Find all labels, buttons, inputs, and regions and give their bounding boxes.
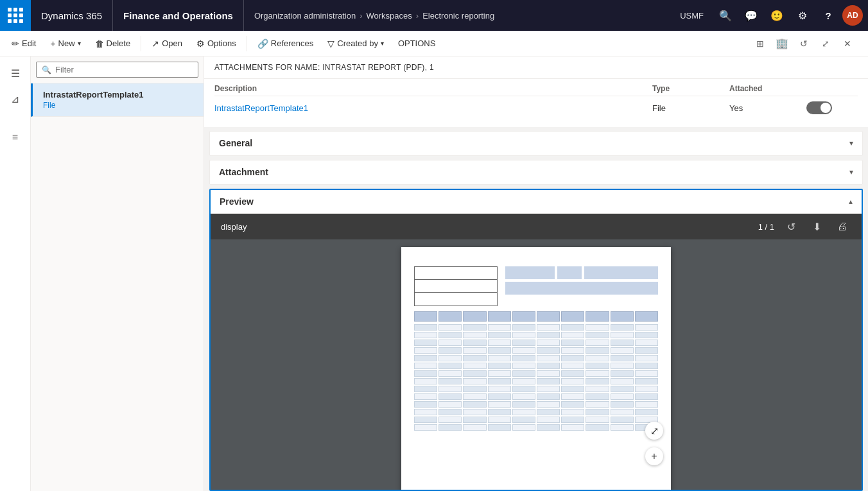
- col-type: Type: [652, 84, 729, 93]
- general-section-title: General: [219, 138, 252, 148]
- pdf-print-icon[interactable]: 🖨: [833, 218, 851, 236]
- new-button[interactable]: + New ▾: [44, 33, 87, 54]
- main-layout: ☰ ⊿ ≡ 🔍 IntrastatReportTemplate1 File AT…: [0, 56, 868, 491]
- waffle-icon: [8, 8, 23, 23]
- attachment-chevron-icon: ▾: [849, 168, 853, 177]
- attachments-header: ATTACHMENTS FOR NAME: INTRASTAT REPORT (…: [204, 56, 868, 79]
- popout-icon[interactable]: ⤢: [815, 33, 836, 54]
- filter-input[interactable]: [55, 65, 193, 74]
- filter-area: 🔍: [31, 56, 204, 83]
- row-description-link[interactable]: IntrastatReportTemplate1: [214, 103, 652, 113]
- preview-chevron-icon: ▴: [849, 197, 853, 206]
- environment-label: USMF: [672, 11, 711, 21]
- references-button[interactable]: 🔗 References: [251, 33, 320, 54]
- top-nav-right: USMF 🔍 💬 🙂 ⚙ ? AD: [672, 4, 868, 27]
- general-chevron-icon: ▾: [849, 139, 853, 148]
- pdf-zoom-in-button[interactable]: +: [645, 447, 663, 465]
- search-button[interactable]: 🔍: [714, 4, 737, 27]
- list-panel: 🔍 IntrastatReportTemplate1 File: [31, 56, 204, 491]
- delete-icon: 🗑: [95, 39, 104, 49]
- command-bar-right-icons: ⊞ 🏢 ↺ ⤢ ✕: [745, 33, 863, 54]
- preview-section-title: Preview: [220, 196, 254, 207]
- options-button[interactable]: ⚙ Options: [190, 33, 243, 54]
- avatar[interactable]: AD: [842, 5, 863, 26]
- open-icon: ↗: [152, 39, 159, 49]
- help-button[interactable]: ?: [817, 4, 840, 27]
- list-item[interactable]: IntrastatReportTemplate1 File: [31, 83, 204, 117]
- list-item-title: IntrastatReportTemplate1: [43, 90, 196, 99]
- new-chevron-icon: ▾: [78, 40, 81, 47]
- references-icon: 🔗: [257, 39, 268, 49]
- breadcrumb-separator-1: ›: [360, 11, 362, 21]
- grid-view-icon[interactable]: ⊞: [750, 33, 770, 54]
- col-toggle: [806, 84, 858, 93]
- close-icon[interactable]: ✕: [837, 33, 858, 54]
- breadcrumb-item-reporting[interactable]: Electronic reporting: [422, 11, 494, 21]
- feedback-button[interactable]: 🙂: [765, 4, 788, 27]
- options2-button[interactable]: OPTIONS: [392, 33, 442, 54]
- pdf-display-label: display: [221, 222, 751, 232]
- general-section-header[interactable]: General ▾: [210, 132, 862, 155]
- col-attached: Attached: [729, 84, 806, 93]
- col-description: Description: [214, 84, 652, 93]
- chat-button[interactable]: 💬: [740, 4, 763, 27]
- edit-icon: ✏: [12, 39, 19, 49]
- filter-search-icon: 🔍: [42, 65, 51, 74]
- top-navigation: Dynamics 365 Finance and Operations Orga…: [0, 0, 868, 31]
- detail-scroll: General ▾ Attachment ▾ Preview ▴: [204, 127, 868, 491]
- new-icon: +: [50, 39, 55, 49]
- open-button[interactable]: ↗ Open: [145, 33, 189, 54]
- refresh-icon[interactable]: ↺: [794, 33, 814, 54]
- list-item-subtitle: File: [43, 101, 196, 110]
- sidebar-filter-icon[interactable]: ⊿: [4, 87, 27, 110]
- row-attached: Yes: [729, 103, 806, 113]
- pdf-download-icon[interactable]: ⬇: [808, 218, 826, 236]
- cmd-separator-1: [141, 36, 141, 51]
- breadcrumb: Organization administration › Workspaces…: [244, 11, 672, 21]
- created-by-button[interactable]: ▽ Created by ▾: [321, 33, 390, 54]
- preview-body: display 1 / 1 ↺ ⬇ 🖨: [211, 214, 862, 490]
- delete-button[interactable]: 🗑 Delete: [89, 33, 137, 54]
- table-header: Description Type Attached: [214, 79, 858, 96]
- breadcrumb-item-workspaces[interactable]: Workspaces: [367, 11, 412, 21]
- created-by-chevron-icon: ▾: [381, 40, 384, 47]
- edit-button[interactable]: ✏ Edit: [5, 33, 42, 54]
- waffle-button[interactable]: [0, 0, 31, 31]
- general-section: General ▾: [209, 131, 863, 156]
- office-icon[interactable]: 🏢: [772, 33, 792, 54]
- attachment-section-header[interactable]: Attachment ▾: [210, 160, 862, 184]
- pdf-data-rows: [414, 324, 658, 431]
- pdf-box-right: [505, 266, 658, 306]
- preview-section-header[interactable]: Preview ▴: [211, 190, 862, 214]
- sidebar-icons: ☰ ⊿ ≡: [0, 56, 31, 491]
- pdf-viewer: display 1 / 1 ↺ ⬇ 🖨: [211, 214, 862, 490]
- settings-button[interactable]: ⚙: [791, 4, 814, 27]
- options-icon: ⚙: [196, 39, 205, 49]
- preview-section: Preview ▴ display 1 / 1 ↺ ⬇ 🖨: [209, 189, 863, 491]
- pdf-box-left: [414, 266, 498, 306]
- breadcrumb-separator-2: ›: [416, 11, 419, 21]
- pdf-data-header-row: [414, 311, 658, 322]
- sidebar-list-icon[interactable]: ≡: [4, 126, 27, 149]
- pdf-page-info: 1 / 1: [758, 222, 774, 232]
- attachment-table: Description Type Attached IntrastatRepor…: [204, 79, 868, 127]
- pdf-content: ⤢ +: [211, 239, 862, 490]
- table-row: IntrastatReportTemplate1 File Yes: [214, 96, 858, 119]
- cmd-separator-2: [247, 36, 247, 51]
- filter-input-wrap: 🔍: [36, 62, 198, 78]
- pdf-page: ⤢ +: [401, 247, 671, 490]
- pdf-refresh-icon[interactable]: ↺: [782, 218, 800, 236]
- row-type: File: [652, 103, 729, 113]
- command-bar: ✏ Edit + New ▾ 🗑 Delete ↗ Open ⚙ Options…: [0, 31, 868, 56]
- pdf-header-table: [414, 266, 658, 306]
- pdf-data-table: [414, 311, 658, 431]
- attachment-section: Attachment ▾: [209, 160, 863, 185]
- pdf-zoom-fit-button[interactable]: ⤢: [645, 422, 663, 440]
- pdf-toolbar: display 1 / 1 ↺ ⬇ 🖨: [211, 214, 862, 239]
- sidebar-menu-icon[interactable]: ☰: [4, 62, 27, 85]
- dynamics365-label: Dynamics 365: [31, 0, 113, 31]
- detail-panel: ATTACHMENTS FOR NAME: INTRASTAT REPORT (…: [204, 56, 868, 491]
- attached-toggle[interactable]: [806, 101, 832, 114]
- app-name-label: Finance and Operations: [113, 0, 244, 31]
- breadcrumb-item-org[interactable]: Organization administration: [254, 11, 356, 21]
